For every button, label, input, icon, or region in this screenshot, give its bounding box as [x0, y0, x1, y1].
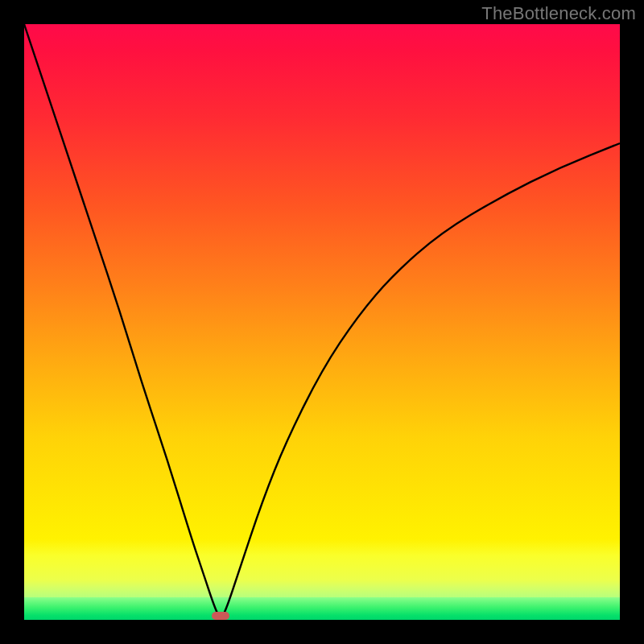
vertex-marker: [212, 612, 229, 620]
plot-area: [24, 24, 620, 620]
curve-layer: [24, 24, 620, 620]
watermark-text: TheBottleneck.com: [481, 3, 636, 24]
bottleneck-curve-path: [24, 24, 620, 617]
chart-frame: TheBottleneck.com: [0, 0, 644, 644]
